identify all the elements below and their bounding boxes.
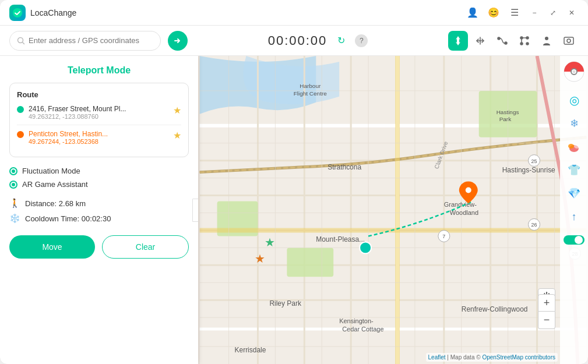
svg-point-15 (567, 39, 571, 43)
svg-text:Kerrisdale: Kerrisdale (235, 346, 266, 354)
svg-text:25: 25 (531, 158, 537, 164)
distance-icon: 🚶 (9, 198, 20, 208)
route-coords-start: 49.263212, -123.088760 (29, 113, 168, 120)
svg-point-86 (575, 236, 583, 244)
timer-refresh-button[interactable]: ↻ (333, 33, 349, 49)
paint-button[interactable] (564, 136, 585, 157)
svg-point-81 (573, 70, 576, 73)
svg-text:Grandview-: Grandview- (444, 202, 477, 208)
svg-text:Kensington-: Kensington- (339, 317, 374, 324)
osm-link[interactable]: OpenStreetMap contributors (482, 354, 555, 361)
svg-point-84 (574, 144, 580, 149)
svg-text:★: ★ (265, 236, 275, 249)
app-title: LocaChange (30, 8, 464, 17)
title-bar: LocaChange 👤 😊 ☰ − ⤢ ✕ (0, 0, 588, 26)
maximize-button[interactable]: ⤢ (546, 6, 560, 20)
toggle-button[interactable] (564, 229, 585, 250)
svg-text:★: ★ (255, 252, 265, 265)
option-label-fluctuation: Fluctuation Mode (22, 167, 80, 175)
search-input[interactable] (29, 36, 153, 45)
side-panel: Teleport Mode Route 2416, Fraser Street,… (0, 56, 198, 364)
route-info-end: Penticton Street, Hastin... 49.267244, -… (29, 130, 168, 145)
route-name-start: 2416, Fraser Street, Mount Pl... (29, 105, 168, 113)
location-target-button[interactable]: ◎ (564, 90, 585, 111)
route-item-start: 2416, Fraser Street, Mount Pl... 49.2632… (17, 105, 181, 120)
search-icon (17, 37, 25, 45)
svg-text:Hastings-Sunrise: Hastings-Sunrise (502, 166, 555, 174)
emoji-icon[interactable]: 😊 (485, 5, 502, 21)
profile-icon[interactable]: 👤 (464, 5, 481, 21)
attribution-text: Map data © (450, 354, 481, 361)
svg-text:Flight Centre: Flight Centre (294, 90, 328, 97)
svg-text:Park: Park (499, 116, 512, 122)
route-dot-start (17, 106, 24, 113)
option-ar: AR Game Assistant (9, 180, 189, 189)
menu-icon[interactable]: ☰ (506, 5, 523, 21)
zoom-controls: + − (538, 294, 555, 329)
route-name-end: Penticton Street, Hastin... (29, 130, 168, 138)
svg-point-10 (526, 43, 529, 45)
send-button[interactable]: ↑ (564, 206, 585, 227)
mode-person-button[interactable] (537, 31, 557, 51)
svg-text:Harbour: Harbour (300, 83, 321, 89)
svg-point-70 (360, 242, 371, 253)
mode-icons (448, 31, 579, 51)
cooldown-label: Cooldown Time: 00:02:30 (25, 214, 111, 223)
options-section: Fluctuation Mode AR Game Assistant (9, 167, 189, 189)
svg-text:Mount-Pleasa...: Mount-Pleasa... (316, 235, 365, 243)
svg-point-67 (466, 188, 471, 193)
timer-help-button[interactable]: ? (355, 34, 368, 47)
svg-text:Renfrew-Collingwood: Renfrew-Collingwood (462, 305, 528, 313)
avatar-button[interactable]: 👕 (564, 160, 585, 181)
minimize-button[interactable]: − (527, 6, 541, 20)
map-container[interactable]: Hastings-Sunrise Strathcona Grandview- W… (198, 56, 588, 364)
svg-text:Strathcona: Strathcona (328, 163, 361, 171)
svg-rect-14 (564, 37, 573, 44)
timer-section: 00:00:00 ↻ ? (195, 33, 441, 49)
snowflake-button[interactable]: ❄ (564, 113, 585, 134)
route-section: Route 2416, Fraser Street, Mount Pl... 4… (9, 83, 189, 157)
mode-route-button[interactable] (492, 31, 512, 51)
svg-rect-3 (457, 38, 459, 43)
reward-button[interactable]: 💎 (564, 183, 585, 204)
route-coords-end: 49.267244, -123.052368 (29, 138, 168, 145)
svg-point-13 (545, 37, 548, 40)
leaflet-link[interactable]: Leaflet (428, 354, 446, 361)
route-dot-end (17, 131, 24, 138)
svg-text:Woodland: Woodland (450, 209, 478, 216)
svg-point-0 (13, 8, 22, 17)
app-logo (9, 5, 26, 21)
mode-move-button[interactable] (470, 31, 490, 51)
svg-point-83 (568, 144, 574, 149)
route-star-end[interactable]: ★ (173, 130, 181, 141)
timer-display: 00:00:00 (268, 33, 328, 48)
option-dot-ar (9, 181, 17, 189)
window-controls: 👤 😊 ☰ − ⤢ ✕ (464, 5, 579, 21)
svg-rect-33 (287, 248, 333, 277)
mode-screenshot-button[interactable] (559, 31, 579, 51)
search-go-button[interactable] (168, 31, 188, 51)
map-attribution: Leaflet | Map data © OpenStreetMap contr… (426, 353, 558, 362)
route-info-start: 2416, Fraser Street, Mount Pl... 49.2632… (29, 105, 168, 120)
mode-multipoint-button[interactable] (515, 31, 534, 51)
move-button[interactable]: Move (9, 235, 95, 259)
mode-teleport-button[interactable] (448, 31, 468, 51)
action-buttons: Move Clear (9, 235, 189, 259)
route-star-start[interactable]: ★ (173, 105, 181, 116)
right-sidebar: ◎ ❄ 👕 💎 ↑ (560, 56, 588, 364)
svg-text:7: 7 (442, 234, 445, 239)
toolbar: 00:00:00 ↻ ? (0, 26, 588, 56)
close-button[interactable]: ✕ (565, 6, 579, 20)
panel-title: Teleport Mode (9, 65, 189, 76)
map-svg: Hastings-Sunrise Strathcona Grandview- W… (198, 56, 588, 364)
svg-text:Hastings: Hastings (497, 109, 519, 115)
zoom-in-button[interactable]: + (538, 294, 555, 312)
distance-label: Distance: 2.68 km (25, 199, 86, 208)
clear-button[interactable]: Clear (102, 235, 189, 259)
stat-cooldown: ❄️ Cooldown Time: 00:02:30 (9, 213, 189, 224)
zoom-out-button[interactable]: − (538, 312, 555, 329)
panel-collapse-button[interactable]: ‹ (192, 199, 198, 222)
stat-distance: 🚶 Distance: 2.68 km (9, 198, 189, 208)
pokeball-button[interactable] (563, 61, 585, 83)
cooldown-icon: ❄️ (9, 213, 20, 224)
